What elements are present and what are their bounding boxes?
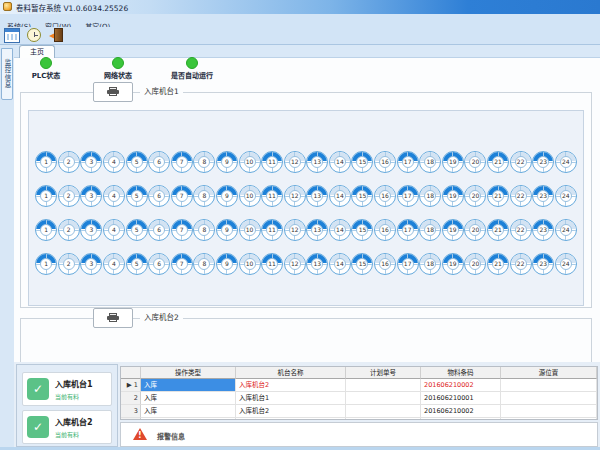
cell-r3-c2[interactable] [346,405,421,418]
coil-slot-r3-12[interactable]: 12 [284,219,306,241]
coil-slot-r2-7[interactable]: 7 [171,185,193,207]
column-header-1[interactable]: 机台名称 [236,367,346,379]
coil-slot-r4-20[interactable]: 20 [464,253,486,275]
operation-table[interactable]: 操作类型机台名称计划单号物料条码源位置▶ 1入库入库机台220160621000… [120,366,598,420]
clock-icon[interactable] [27,28,41,42]
coil-slot-r1-14[interactable]: 14 [329,151,351,173]
cell-r1-c1[interactable]: 入库机台2 [236,379,346,392]
cell-r4-c4[interactable] [501,418,597,420]
coil-slot-r3-7[interactable]: 7 [171,219,193,241]
coil-slot-r3-15[interactable]: 15 [351,219,373,241]
tab-home[interactable]: 主页 [19,45,55,59]
coil-slot-r1-9[interactable]: 9 [216,151,238,173]
coil-slot-r4-6[interactable]: 6 [148,253,170,275]
coil-slot-r1-23[interactable]: 23 [532,151,554,173]
coil-slot-r2-2[interactable]: 2 [58,185,80,207]
cell-r4-c3[interactable] [421,418,501,420]
coil-slot-r4-10[interactable]: 10 [239,253,261,275]
column-header-4[interactable]: 源位置 [501,367,597,379]
coil-slot-r3-8[interactable]: 8 [193,219,215,241]
coil-slot-r3-23[interactable]: 23 [532,219,554,241]
dock-tab-monitor[interactable]: 监控信息 [1,48,13,100]
coil-slot-r4-9[interactable]: 9 [216,253,238,275]
coil-slot-r4-4[interactable]: 4 [103,253,125,275]
coil-slot-r1-20[interactable]: 20 [464,151,486,173]
coil-slot-r1-12[interactable]: 12 [284,151,306,173]
coil-slot-r1-10[interactable]: 10 [239,151,261,173]
coil-slot-r3-10[interactable]: 10 [239,219,261,241]
coil-slot-r1-2[interactable]: 2 [58,151,80,173]
cell-r1-c2[interactable] [346,379,421,392]
machine1-print-button[interactable] [93,82,133,102]
table-row-2[interactable]: 2入库入库机台1201606210001 [121,392,597,405]
coil-slot-r3-2[interactable]: 2 [58,219,80,241]
machine2-print-button[interactable] [93,308,133,328]
coil-slot-r1-11[interactable]: 11 [261,151,283,173]
coil-slot-r2-10[interactable]: 10 [239,185,261,207]
coil-slot-r3-17[interactable]: 17 [397,219,419,241]
machine-card-1[interactable]: ✓入库机台1当前有料 [22,372,112,406]
coil-slot-r3-9[interactable]: 9 [216,219,238,241]
coil-slot-r4-13[interactable]: 13 [306,253,328,275]
coil-slot-r1-5[interactable]: 5 [126,151,148,173]
coil-slot-r3-22[interactable]: 22 [510,219,532,241]
cell-r2-c0[interactable]: 入库 [141,392,236,405]
calendar-icon[interactable] [4,28,20,43]
cell-r1-c3[interactable]: 201606210002 [421,379,501,392]
cell-r3-c4[interactable] [501,405,597,418]
coil-slot-r4-1[interactable]: 1 [35,253,57,275]
cell-r4-c0[interactable] [141,418,236,420]
coil-slot-r2-9[interactable]: 9 [216,185,238,207]
coil-slot-r4-23[interactable]: 23 [532,253,554,275]
coil-slot-r1-4[interactable]: 4 [103,151,125,173]
column-header-0[interactable]: 操作类型 [141,367,236,379]
coil-slot-r4-17[interactable]: 17 [397,253,419,275]
row-header-4[interactable]: 4 [121,418,141,420]
coil-slot-r3-20[interactable]: 20 [464,219,486,241]
coil-slot-r2-23[interactable]: 23 [532,185,554,207]
coil-slot-r3-1[interactable]: 1 [35,219,57,241]
cell-r4-c1[interactable] [236,418,346,420]
coil-slot-r4-7[interactable]: 7 [171,253,193,275]
coil-slot-r3-3[interactable]: 3 [80,219,102,241]
cell-r1-c0[interactable]: 入库 [141,379,236,392]
cell-r3-c3[interactable]: 201606210002 [421,405,501,418]
machine-card-2[interactable]: ✓入库机台2当前有料 [22,410,112,444]
coil-slot-r3-13[interactable]: 13 [306,219,328,241]
cell-r2-c3[interactable]: 201606210001 [421,392,501,405]
exit-icon[interactable] [49,28,65,43]
coil-slot-r2-19[interactable]: 19 [442,185,464,207]
coil-slot-r3-21[interactable]: 21 [487,219,509,241]
coil-slot-r2-13[interactable]: 13 [306,185,328,207]
coil-slot-r3-24[interactable]: 24 [555,219,577,241]
coil-slot-r1-8[interactable]: 8 [193,151,215,173]
coil-slot-r4-14[interactable]: 14 [329,253,351,275]
table-row-3[interactable]: 3入库入库机台2201606210002 [121,405,597,418]
coil-slot-r1-18[interactable]: 18 [419,151,441,173]
coil-slot-r2-22[interactable]: 22 [510,185,532,207]
cell-r2-c2[interactable] [346,392,421,405]
coil-slot-r2-20[interactable]: 20 [464,185,486,207]
coil-slot-r2-16[interactable]: 16 [374,185,396,207]
coil-slot-r2-15[interactable]: 15 [351,185,373,207]
coil-slot-r2-18[interactable]: 18 [419,185,441,207]
coil-slot-r4-21[interactable]: 21 [487,253,509,275]
cell-r3-c0[interactable]: 入库 [141,405,236,418]
coil-slot-r2-17[interactable]: 17 [397,185,419,207]
row-header-2[interactable]: 2 [121,392,141,405]
coil-slot-r2-8[interactable]: 8 [193,185,215,207]
coil-slot-r2-24[interactable]: 24 [555,185,577,207]
coil-slot-r2-21[interactable]: 21 [487,185,509,207]
cell-r2-c4[interactable] [501,392,597,405]
coil-slot-r4-3[interactable]: 3 [80,253,102,275]
coil-slot-r3-19[interactable]: 19 [442,219,464,241]
coil-slot-r1-22[interactable]: 22 [510,151,532,173]
row-header-1[interactable]: ▶ 1 [121,379,141,392]
coil-slot-r1-24[interactable]: 24 [555,151,577,173]
column-header-2[interactable]: 计划单号 [346,367,421,379]
coil-slot-r1-7[interactable]: 7 [171,151,193,173]
coil-slot-r1-13[interactable]: 13 [306,151,328,173]
coil-slot-r1-16[interactable]: 16 [374,151,396,173]
coil-slot-r4-2[interactable]: 2 [58,253,80,275]
row-header-3[interactable]: 3 [121,405,141,418]
